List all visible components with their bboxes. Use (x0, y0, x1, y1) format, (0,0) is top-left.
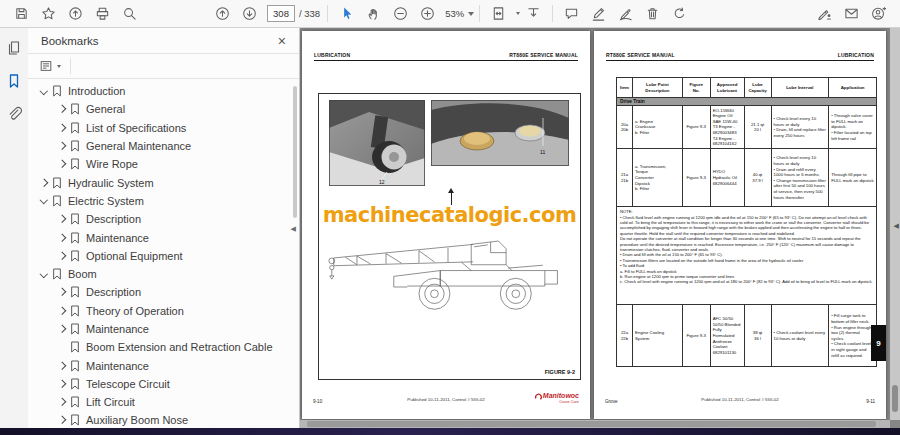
chevron-right-icon[interactable] (56, 287, 67, 298)
page-thumbnails-button[interactable] (2, 36, 26, 60)
bookmark-item[interactable]: Optional Equipment (28, 247, 299, 265)
panel-toolbar-divider (70, 58, 71, 74)
bookmark-item[interactable]: Lift Circuit (28, 393, 299, 411)
bookmark-icon (52, 177, 62, 189)
bookmark-icon (70, 360, 80, 372)
fill-sign-button[interactable] (614, 3, 638, 25)
chevron-right-icon[interactable] (56, 397, 67, 408)
bookmark-item[interactable]: General (28, 100, 299, 118)
save-button[interactable] (10, 3, 34, 25)
horizontal-scrollbar[interactable] (300, 420, 890, 428)
bookmark-item[interactable]: Auxiliary Boom Nose (28, 411, 299, 428)
account-button[interactable] (867, 3, 891, 25)
hand-tool-button[interactable] (362, 3, 386, 25)
print-button[interactable] (91, 3, 115, 25)
chevron-right-icon[interactable] (56, 159, 67, 170)
table-cell: 20a 20b (617, 106, 633, 149)
chevron-right-icon[interactable] (56, 122, 67, 133)
table-cell: a. Transmission, Torque Converter Dipsti… (632, 149, 682, 207)
horizontal-scrollbar-thumb[interactable] (307, 421, 876, 427)
bookmark-item[interactable]: Maintenance (28, 320, 299, 338)
bookmark-icon (6, 73, 22, 89)
document-area[interactable]: LUBRICATION RT880E SERVICE MANUAL 12 (300, 28, 900, 428)
bookmark-item[interactable]: List of Specifications (28, 119, 299, 137)
chevron-down-icon[interactable] (38, 195, 49, 206)
table-cell: EO-15W40 Engine Oil SAE 15W-40 T3 Engine… (710, 106, 744, 149)
fit-page-button[interactable] (487, 3, 511, 25)
email-button[interactable] (840, 3, 864, 25)
chevron-right-icon[interactable] (56, 378, 67, 389)
page-display-button[interactable] (522, 3, 546, 25)
bookmark-icon (70, 378, 80, 390)
chevron-right-icon[interactable] (38, 177, 49, 188)
previous-page-button[interactable] (211, 3, 235, 25)
request-signatures-button[interactable] (813, 3, 837, 25)
delete-button[interactable] (641, 3, 665, 25)
chevron-right-icon[interactable] (56, 141, 67, 152)
chevron-down-icon[interactable] (516, 12, 520, 15)
bookmark-item[interactable]: Telescope Circuit (28, 375, 299, 393)
chevron-right-icon[interactable] (56, 415, 67, 426)
bookmarks-button[interactable] (2, 69, 26, 93)
bookmark-item[interactable]: Boom Extension and Retraction Cable (28, 338, 299, 356)
bookmark-item[interactable]: Description (28, 283, 299, 301)
zoom-in-button[interactable] (416, 3, 440, 25)
zoom-out-icon (393, 6, 408, 21)
chevron-down-icon[interactable] (38, 269, 49, 280)
footer-brand-label: Grove (605, 399, 618, 404)
sidebar-icon-strip (0, 28, 28, 428)
bookmark-item[interactable]: Electric System (28, 192, 299, 210)
chevron-right-icon[interactable] (56, 360, 67, 371)
table-cell: HYDO Hydraulic Oil 6829006444 (710, 149, 744, 207)
lubrication-table: Item Lube Point Description Figure No. A… (616, 77, 877, 367)
chevron-right-icon[interactable] (56, 104, 67, 115)
chevron-right-icon[interactable] (56, 324, 67, 335)
bookmark-item[interactable]: General Maintenance (28, 137, 299, 155)
bookmark-icon (70, 122, 80, 134)
chevron-down-icon[interactable] (468, 12, 474, 16)
attachments-button[interactable] (2, 102, 26, 126)
comment-button[interactable] (560, 3, 584, 25)
collapse-panel-icon[interactable]: ◀ (291, 225, 296, 232)
bookmark-icon (70, 232, 80, 244)
table-header-cell: Figure No. (682, 78, 710, 98)
chevron-right-icon[interactable] (56, 214, 67, 225)
bookmark-item[interactable]: Maintenance (28, 228, 299, 246)
chevron-down-icon[interactable] (38, 86, 49, 97)
bookmark-item[interactable]: Maintenance (28, 356, 299, 374)
bookmark-options-button[interactable] (39, 59, 61, 73)
zoom-level-value[interactable]: 53% (445, 8, 464, 19)
lube-point-photo-right: 11 (431, 100, 569, 166)
page-header: LUBRICATION RT880E SERVICE MANUAL (314, 52, 578, 61)
chevron-right-icon[interactable] (56, 250, 67, 261)
table-cell: Engine Cooling System (632, 305, 682, 367)
table-row: 20a 20b a. Engine Crankcase b. Filter Fi… (617, 106, 877, 149)
close-icon[interactable]: × (278, 34, 286, 48)
bookmark-item-label: List of Specifications (86, 122, 186, 134)
vertical-scrollbar-thumb[interactable] (892, 385, 898, 412)
next-page-button[interactable] (238, 3, 262, 25)
bookmark-item[interactable]: Wire Rope (28, 155, 299, 173)
bookmark-item[interactable]: Boom (28, 265, 299, 283)
bookmark-icon (70, 250, 80, 262)
bookmark-item[interactable]: Hydraulic System (28, 173, 299, 191)
collapse-right-pane-icon[interactable]: ◀ (894, 222, 899, 229)
bookmark-item-label: Telescope Circuit (86, 378, 170, 390)
logo-name: Manitowoc (543, 392, 579, 399)
page-number-input[interactable] (267, 5, 295, 22)
bookmark-item[interactable]: Introduction (28, 82, 299, 100)
bookmark-icon (70, 103, 80, 115)
highlighter-icon (591, 6, 606, 21)
zoom-out-button[interactable] (389, 3, 413, 25)
share-button[interactable] (64, 3, 88, 25)
chevron-right-icon[interactable] (56, 232, 67, 243)
chevron-right-icon[interactable] (56, 305, 67, 316)
rotate-button[interactable] (668, 3, 692, 25)
highlight-button[interactable] (587, 3, 611, 25)
bookmark-item[interactable]: Description (28, 210, 299, 228)
search-button[interactable] (118, 3, 142, 25)
star-button[interactable] (37, 3, 61, 25)
select-tool-button[interactable] (335, 3, 359, 25)
bookmark-item[interactable]: Theory of Operation (28, 302, 299, 320)
bookmarks-scrollbar[interactable] (293, 86, 297, 218)
